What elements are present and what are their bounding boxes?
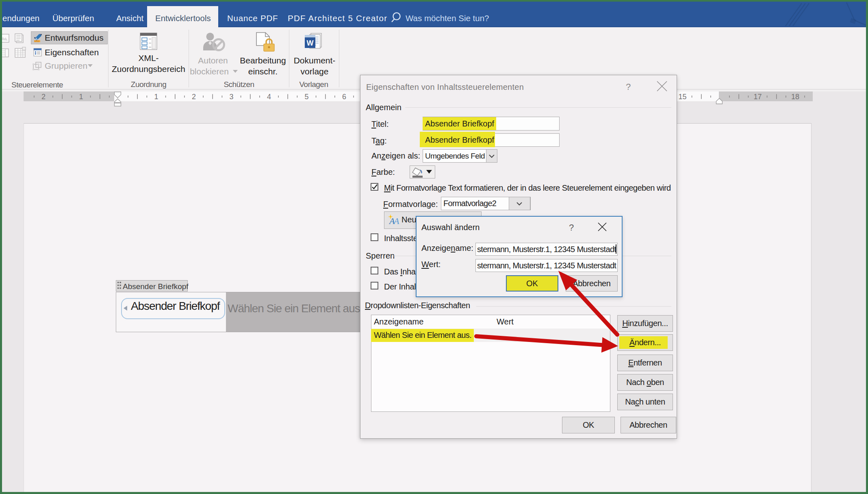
svg-text:6: 6 bbox=[342, 93, 346, 101]
svg-text:18: 18 bbox=[791, 93, 799, 101]
svg-text:5: 5 bbox=[304, 93, 308, 101]
svg-text:15: 15 bbox=[678, 93, 686, 101]
svg-text:1: 1 bbox=[154, 93, 158, 101]
svg-text:W: W bbox=[307, 39, 314, 47]
svg-text:4: 4 bbox=[267, 93, 271, 101]
svg-text:2: 2 bbox=[41, 93, 46, 101]
svg-text:A: A bbox=[393, 216, 399, 226]
svg-text:1: 1 bbox=[79, 93, 83, 101]
svg-text:2: 2 bbox=[192, 93, 196, 101]
svg-text:17: 17 bbox=[753, 93, 762, 101]
svg-text:3: 3 bbox=[229, 93, 233, 101]
